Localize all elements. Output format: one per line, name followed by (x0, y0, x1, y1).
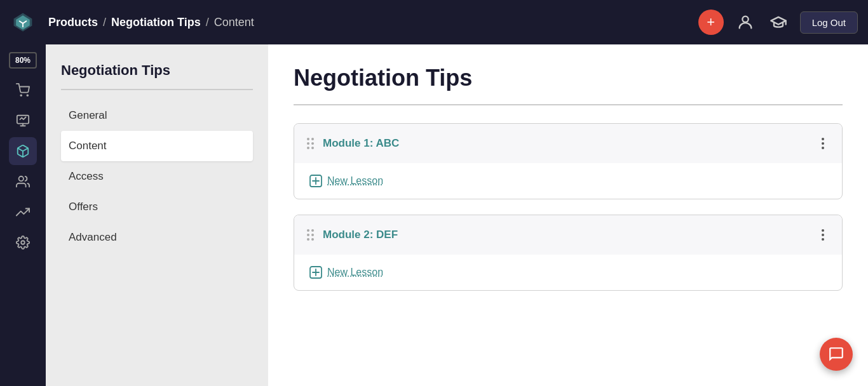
graduation-icon-button[interactable] (767, 11, 790, 34)
nav-item-access[interactable]: Access (61, 161, 253, 192)
drag-dot (311, 138, 314, 140)
breadcrumb-content: Content (214, 16, 254, 29)
module-title-1: Module 1: ABC (323, 137, 817, 150)
menu-dot (822, 229, 824, 232)
drag-handle-2[interactable] (307, 229, 314, 241)
trends-icon[interactable] (9, 198, 37, 226)
module-header-2: Module 2: DEF (294, 215, 842, 255)
module-title-2: Module 2: DEF (323, 229, 817, 241)
add-button[interactable]: + (698, 10, 724, 35)
new-lesson-button-1[interactable]: New Lesson (309, 175, 383, 187)
drag-dot (307, 142, 309, 145)
nav-item-offers[interactable]: Offers (61, 192, 253, 222)
drag-dot (311, 142, 314, 145)
left-sidebar: 80% (0, 44, 46, 386)
drag-dot (307, 229, 309, 232)
drag-dot (307, 147, 309, 149)
breadcrumb-sep2: / (206, 16, 209, 29)
menu-dot (822, 147, 824, 149)
drag-dot (311, 147, 314, 149)
new-lesson-label-1: New Lesson (327, 175, 383, 187)
page-title: Negotiation Tips (294, 65, 843, 105)
cart-icon[interactable] (9, 76, 37, 104)
new-lesson-label-2: New Lesson (327, 267, 383, 278)
plus-square-icon-1 (309, 175, 322, 187)
nav-item-general[interactable]: General (61, 100, 253, 131)
drag-dot (311, 229, 314, 232)
drag-dot (311, 234, 314, 236)
menu-dot (822, 238, 824, 241)
breadcrumb-negotiation-tips[interactable]: Negotiation Tips (111, 16, 201, 29)
svg-point-6 (19, 176, 24, 181)
products-icon[interactable] (9, 137, 37, 165)
drag-dot (307, 238, 309, 241)
analytics-icon[interactable] (9, 107, 37, 135)
chat-bubble[interactable] (820, 338, 853, 371)
breadcrumb-sep1: / (103, 16, 106, 29)
left-nav-panel: Negotiation Tips General Content Access … (46, 44, 268, 386)
topnav-actions: + Log Out (698, 10, 858, 35)
drag-dot (311, 238, 314, 241)
svg-point-0 (742, 17, 748, 22)
new-lesson-button-2[interactable]: New Lesson (309, 266, 383, 279)
logo[interactable] (10, 10, 36, 35)
plus-square-icon-2 (309, 266, 322, 279)
content-area: Negotiation Tips (268, 44, 868, 386)
menu-dot (822, 142, 824, 145)
breadcrumb-products[interactable]: Products (48, 16, 98, 29)
left-nav-items: General Content Access Offers Advanced (61, 100, 253, 253)
module-body-1: New Lesson (294, 163, 842, 199)
main-layout: Negotiation Tips General Content Access … (46, 44, 868, 386)
breadcrumb: Products / Negotiation Tips / Content (48, 16, 691, 29)
settings-icon[interactable] (9, 229, 37, 256)
nav-item-advanced[interactable]: Advanced (61, 222, 253, 253)
module-card-1: Module 1: ABC New Lesso (294, 123, 843, 199)
nav-item-content[interactable]: Content (61, 131, 253, 161)
svg-point-3 (27, 95, 28, 96)
module-body-2: New Lesson (294, 255, 842, 290)
drag-dot (307, 138, 309, 140)
drag-handle-1[interactable] (307, 138, 314, 149)
svg-point-2 (20, 95, 22, 96)
module-card-2: Module 2: DEF New Lesso (294, 215, 843, 291)
module-menu-button-2[interactable] (817, 227, 829, 243)
left-nav-title: Negotiation Tips (61, 62, 253, 90)
drag-dot (307, 234, 309, 236)
module-header-1: Module 1: ABC (294, 124, 842, 163)
module-menu-button-1[interactable] (817, 135, 829, 152)
users-icon[interactable] (9, 168, 37, 196)
top-navigation: Products / Negotiation Tips / Content + … (0, 0, 868, 44)
svg-point-7 (21, 241, 25, 244)
logout-button[interactable]: Log Out (800, 11, 858, 34)
user-icon-button[interactable] (734, 11, 757, 34)
menu-dot (822, 138, 824, 140)
menu-dot (822, 234, 824, 236)
progress-badge: 80% (9, 52, 37, 69)
